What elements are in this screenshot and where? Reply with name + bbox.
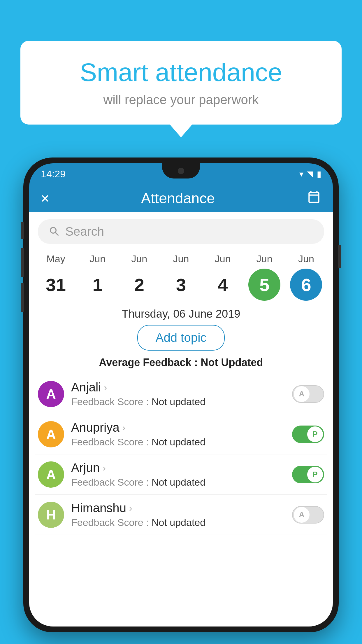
calendar-icon[interactable] bbox=[307, 190, 321, 207]
notch bbox=[162, 163, 200, 178]
date-col-2[interactable]: Jun2 bbox=[123, 253, 155, 301]
date-picker[interactable]: May31Jun1Jun2Jun3Jun4Jun5Jun6 bbox=[29, 249, 333, 305]
student-feedback-score: Feedback Score : Not updated bbox=[71, 477, 285, 488]
student-list: AAnjali ›Feedback Score : Not updatedAAA… bbox=[29, 374, 333, 535]
date-month-label: Jun bbox=[215, 253, 231, 265]
date-day-number[interactable]: 3 bbox=[165, 269, 197, 301]
date-day-number[interactable]: 6 bbox=[290, 269, 322, 301]
toggle-container[interactable]: A bbox=[292, 506, 324, 524]
close-button[interactable]: × bbox=[41, 190, 49, 207]
status-icons: ▾ ◥ ▮ bbox=[299, 169, 321, 179]
feedback-value: Not updated bbox=[152, 396, 205, 407]
search-icon bbox=[48, 225, 61, 238]
selected-date: Thursday, 06 June 2019 bbox=[29, 308, 333, 320]
app-header: × Attendance bbox=[29, 184, 333, 212]
student-item[interactable]: AArjun ›Feedback Score : Not updatedP bbox=[35, 454, 327, 495]
avg-feedback-label: Average Feedback : bbox=[99, 356, 201, 368]
chevron-icon: › bbox=[104, 382, 107, 393]
header-title: Attendance bbox=[141, 190, 215, 207]
student-avatar: H bbox=[38, 502, 64, 528]
date-month-label: Jun bbox=[131, 253, 147, 265]
speech-bubble-container: Smart attendance will replace your paper… bbox=[20, 41, 342, 125]
feedback-value: Not updated bbox=[152, 436, 205, 447]
toggle-label: A bbox=[294, 507, 310, 523]
camera-dot bbox=[178, 168, 184, 174]
date-col-1[interactable]: Jun1 bbox=[82, 253, 114, 301]
date-day-number[interactable]: 1 bbox=[82, 269, 114, 301]
student-feedback-score: Feedback Score : Not updated bbox=[71, 436, 285, 448]
chevron-icon: › bbox=[122, 422, 126, 433]
status-time: 14:29 bbox=[41, 168, 66, 180]
toggle-label: P bbox=[307, 467, 323, 482]
status-bar: 14:29 ▾ ◥ ▮ bbox=[29, 163, 333, 184]
student-name: Anupriya › bbox=[71, 421, 285, 435]
date-month-label: Jun bbox=[298, 253, 314, 265]
date-month-label: Jun bbox=[173, 253, 189, 265]
average-feedback: Average Feedback : Not Updated bbox=[29, 356, 333, 369]
screen-content: Search May31Jun1Jun2Jun3Jun4Jun5Jun6 Thu… bbox=[29, 212, 333, 626]
date-day-number[interactable]: 2 bbox=[123, 269, 155, 301]
phone-frame: 14:29 ▾ ◥ ▮ × Attendance bbox=[23, 158, 339, 632]
add-topic-container: Add topic bbox=[29, 325, 333, 351]
student-avatar: A bbox=[38, 461, 64, 488]
speech-bubble: Smart attendance will replace your paper… bbox=[20, 41, 342, 125]
volume-up-button bbox=[21, 222, 24, 239]
chevron-icon: › bbox=[129, 503, 132, 514]
toggle-label: P bbox=[307, 426, 323, 442]
student-info: Himanshu ›Feedback Score : Not updated bbox=[71, 501, 285, 528]
student-feedback-score: Feedback Score : Not updated bbox=[71, 396, 285, 407]
feedback-value: Not updated bbox=[152, 477, 205, 488]
battery-icon: ▮ bbox=[317, 169, 321, 179]
date-day-number[interactable]: 5 bbox=[248, 269, 280, 301]
speech-subtitle: will replace your paperwork bbox=[44, 92, 318, 107]
toggle-container[interactable]: P bbox=[292, 426, 324, 443]
date-col-5[interactable]: Jun5 bbox=[248, 253, 280, 301]
date-day-number[interactable]: 4 bbox=[207, 269, 239, 301]
date-col-0[interactable]: May31 bbox=[40, 253, 72, 301]
student-avatar: A bbox=[38, 381, 64, 407]
date-day-number[interactable]: 31 bbox=[40, 269, 72, 301]
student-feedback-score: Feedback Score : Not updated bbox=[71, 517, 285, 528]
search-placeholder: Search bbox=[65, 225, 104, 239]
volume-down-button bbox=[21, 248, 24, 277]
phone-inner: 14:29 ▾ ◥ ▮ × Attendance bbox=[29, 163, 333, 626]
wifi-icon: ▾ bbox=[299, 169, 303, 179]
chevron-icon: › bbox=[103, 463, 106, 473]
search-bar[interactable]: Search bbox=[38, 219, 324, 244]
student-item[interactable]: AAnupriya ›Feedback Score : Not updatedP bbox=[35, 414, 327, 454]
date-month-label: May bbox=[46, 253, 65, 265]
student-name: Arjun › bbox=[71, 461, 285, 475]
add-topic-button[interactable]: Add topic bbox=[137, 325, 224, 351]
attendance-toggle[interactable]: P bbox=[292, 426, 324, 443]
student-item[interactable]: HHimanshu ›Feedback Score : Not updatedA bbox=[35, 495, 327, 535]
date-col-4[interactable]: Jun4 bbox=[207, 253, 239, 301]
attendance-toggle[interactable]: P bbox=[292, 466, 324, 483]
date-month-label: Jun bbox=[89, 253, 106, 265]
student-info: Anupriya ›Feedback Score : Not updated bbox=[71, 421, 285, 448]
attendance-toggle[interactable]: A bbox=[292, 506, 324, 524]
student-name: Himanshu › bbox=[71, 501, 285, 515]
feedback-value: Not updated bbox=[152, 517, 205, 528]
power-button bbox=[338, 245, 341, 268]
toggle-container[interactable]: P bbox=[292, 466, 324, 483]
date-col-3[interactable]: Jun3 bbox=[165, 253, 197, 301]
attendance-toggle[interactable]: A bbox=[292, 385, 324, 403]
student-item[interactable]: AAnjali ›Feedback Score : Not updatedA bbox=[35, 374, 327, 414]
date-col-6[interactable]: Jun6 bbox=[290, 253, 322, 301]
student-name: Anjali › bbox=[71, 380, 285, 394]
signal-icon: ◥ bbox=[307, 169, 313, 179]
toggle-label: A bbox=[294, 386, 310, 402]
speech-title: Smart attendance bbox=[44, 58, 318, 87]
avg-feedback-value: Not Updated bbox=[201, 356, 263, 368]
student-info: Arjun ›Feedback Score : Not updated bbox=[71, 461, 285, 488]
student-info: Anjali ›Feedback Score : Not updated bbox=[71, 380, 285, 407]
date-month-label: Jun bbox=[256, 253, 273, 265]
toggle-container[interactable]: A bbox=[292, 385, 324, 403]
side-button-3 bbox=[21, 283, 24, 312]
student-avatar: A bbox=[38, 421, 64, 447]
